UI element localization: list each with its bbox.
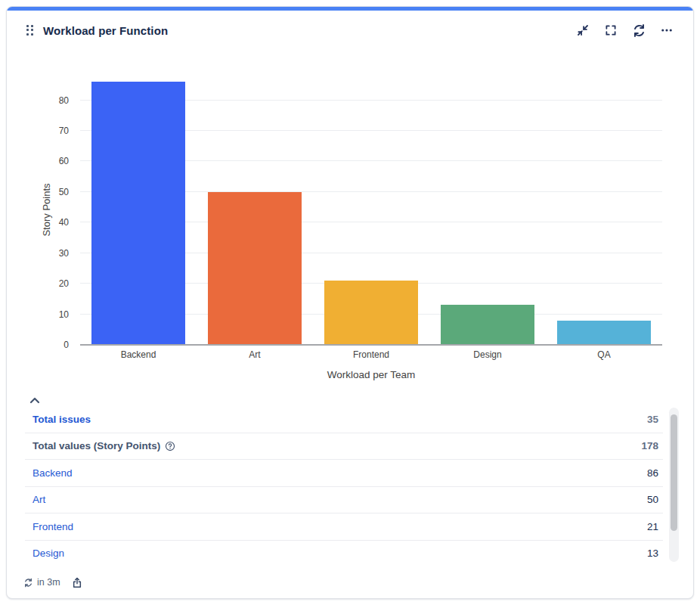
fullscreen-icon (604, 23, 618, 37)
y-tick-label: 30 (36, 249, 69, 258)
x-axis-title: Workload per Team (80, 369, 662, 380)
refresh-icon (632, 23, 646, 38)
y-tick-label: 40 (36, 218, 69, 227)
table-row-value: 35 (647, 414, 658, 425)
dashboard-background: Workload per Function (0, 0, 700, 605)
gadget-actions (575, 22, 675, 39)
x-axis-label: Art (197, 349, 313, 360)
y-tick-label: 0 (36, 340, 69, 349)
y-tick-label: 50 (36, 188, 69, 197)
x-axis-label: Frontend (313, 349, 429, 360)
table-row-label[interactable]: Art (33, 494, 45, 505)
plot-area: 01020304050607080 (80, 64, 662, 345)
y-tick-label: 20 (36, 279, 69, 288)
y-axis-title: Story Points (41, 165, 52, 256)
table-row: Frontend21 (25, 513, 663, 541)
minimize-icon (576, 23, 590, 37)
table-row-value: 13 (647, 548, 658, 559)
table-row-label[interactable]: Backend (33, 467, 73, 479)
help-icon[interactable] (165, 441, 175, 451)
x-axis-label: QA (546, 349, 662, 360)
table-row-label[interactable]: Design (33, 548, 64, 559)
table-collapse-button[interactable] (29, 394, 45, 406)
refresh-countdown-text: in 3m (37, 577, 60, 588)
bar-column (313, 64, 429, 345)
table-row-value: 21 (647, 521, 658, 532)
refresh-status: in 3m (23, 577, 60, 588)
gadget-header: Workload per Function (7, 11, 693, 50)
minimize-button[interactable] (575, 22, 591, 39)
y-tick-label: 60 (36, 157, 69, 166)
bar-column (546, 64, 662, 345)
bar-column (80, 64, 197, 345)
x-axis-labels: BackendArtFrontendDesignQA (80, 349, 662, 360)
bar-art[interactable] (208, 192, 302, 345)
table-row-value: 50 (647, 494, 658, 505)
table-row: Art50 (25, 487, 663, 514)
y-tick-label: 70 (36, 126, 69, 135)
table-row: Total values (Story Points)178 (25, 433, 663, 461)
table-row: Total issues35 (25, 406, 663, 433)
share-button[interactable] (71, 576, 83, 589)
drag-handle-icon[interactable] (25, 24, 36, 36)
y-tick-label: 80 (36, 96, 69, 105)
scrollbar-thumb[interactable] (671, 414, 677, 531)
more-options-button[interactable] (658, 22, 675, 39)
bars-container (80, 64, 662, 345)
summary-table: Total issues35Total values (Story Points… (25, 406, 663, 566)
table-row: Design13 (25, 541, 663, 567)
refresh-countdown-icon (23, 578, 33, 588)
fullscreen-button[interactable] (602, 22, 619, 39)
x-axis-label: Backend (80, 349, 197, 360)
y-tick-label: 10 (36, 310, 69, 319)
x-axis-label: Design (429, 349, 546, 360)
share-export-icon (71, 576, 83, 589)
bar-column (197, 64, 313, 345)
chevron-up-icon (29, 397, 40, 404)
refresh-button[interactable] (630, 22, 647, 39)
more-options-icon (660, 23, 674, 37)
bar-frontend[interactable] (324, 281, 418, 345)
bar-design[interactable] (441, 305, 534, 345)
table-row-value: 178 (641, 440, 658, 451)
x-axis-baseline (80, 344, 662, 346)
bar-backend[interactable] (91, 82, 185, 345)
gadget-footer: in 3m (23, 572, 83, 592)
workload-bar-chart: Story Points 01020304050607080 BackendAr… (7, 50, 694, 398)
workload-gadget-card: Workload per Function (6, 6, 694, 599)
table-row-label[interactable]: Frontend (33, 521, 73, 532)
table-row-label[interactable]: Total issues (33, 414, 91, 425)
gadget-title: Workload per Function (43, 24, 168, 37)
bar-column (429, 64, 546, 345)
table-row-label: Total values (Story Points) (33, 440, 175, 451)
table-row-value: 86 (647, 467, 658, 479)
table-row: Backend86 (25, 460, 663, 487)
bar-qa[interactable] (557, 321, 651, 345)
